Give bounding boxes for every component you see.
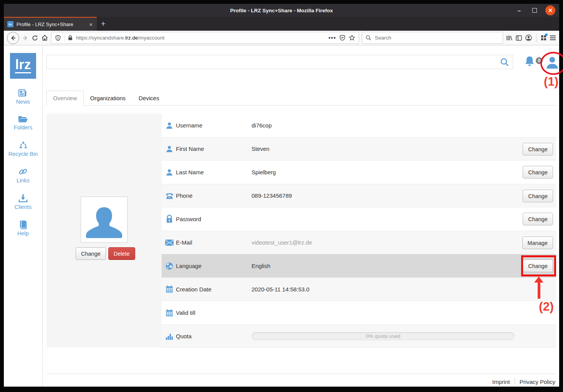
privacy-policy-link[interactable]: Privacy Policy — [515, 379, 556, 385]
first-name-change-button[interactable]: Change — [523, 143, 553, 155]
avatar-delete-button[interactable]: Delete — [108, 247, 135, 260]
back-icon[interactable] — [7, 32, 19, 44]
main-area: 0 (1) Overview Organizations Devices — [43, 45, 559, 387]
app-sidebar: lrz News Folders Recycle Bin Links Clien… — [4, 45, 43, 387]
folder-icon — [18, 114, 28, 124]
bookmark-star-icon[interactable] — [349, 35, 355, 41]
notifications-bell-icon[interactable] — [524, 55, 535, 68]
search-icon — [366, 35, 371, 41]
user-icon — [165, 144, 174, 154]
minimize-button[interactable]: – — [515, 6, 524, 15]
forward-icon[interactable] — [22, 35, 29, 41]
field-row-first-name: First Name Steven Change — [162, 137, 556, 160]
field-row-username: Username di76cop — [162, 114, 556, 137]
sidebar-item-news[interactable]: News — [16, 88, 30, 105]
tab-devices[interactable]: Devices — [132, 91, 166, 106]
tab-overview[interactable]: Overview — [46, 91, 84, 106]
quota-progress-text: 0% quota used — [366, 333, 400, 339]
app-search-input[interactable] — [47, 55, 513, 69]
https-lock-icon[interactable] — [68, 35, 73, 41]
help-book-icon — [18, 220, 28, 230]
new-tab-button[interactable]: + — [97, 17, 110, 31]
sidebar-toggle-icon[interactable] — [515, 35, 522, 41]
profile-fields: Username di76cop First Name Steven Chang… — [162, 114, 556, 347]
sidebar-item-label: Links — [17, 177, 30, 184]
firefox-apps-grid-icon[interactable] — [540, 35, 547, 41]
tab-organizations[interactable]: Organizations — [84, 91, 132, 106]
field-label: E-Mail — [176, 239, 240, 246]
sidebar-item-label: Clients — [15, 204, 31, 210]
maximize-button[interactable] — [530, 6, 539, 15]
field-row-password: Password Change — [162, 207, 556, 231]
globe-icon — [165, 261, 174, 271]
field-row-email: E-Mail videotest_user1@lrz.de Manage — [162, 231, 556, 254]
phone-icon — [165, 191, 174, 200]
field-label: Phone — [176, 192, 240, 199]
field-row-phone: Phone 089-123456789 Change — [162, 184, 556, 207]
browser-search-input[interactable] — [374, 35, 499, 41]
url-bar[interactable]: https://syncandshare.lrz.de/myaccount ••… — [51, 32, 359, 44]
lrz-logo[interactable]: lrz — [10, 53, 36, 79]
home-icon[interactable] — [41, 34, 48, 41]
close-button[interactable]: ✕ — [545, 5, 555, 15]
user-menu-icon[interactable] — [545, 55, 560, 70]
sidebar-item-links[interactable]: Links — [17, 167, 30, 184]
sidebar-item-recycle-bin[interactable]: Recycle Bin — [8, 141, 38, 157]
avatar-person-icon — [84, 204, 124, 242]
calendar-icon — [165, 308, 174, 318]
field-value: di76cop — [252, 122, 272, 129]
sidebar-item-label: News — [16, 99, 30, 105]
sidebar-item-label: Recycle Bin — [8, 151, 38, 157]
last-name-change-button[interactable]: Change — [523, 166, 553, 179]
user-icon — [165, 168, 174, 177]
search-icon[interactable] — [500, 58, 510, 67]
browser-navbar: https://syncandshare.lrz.de/myaccount ••… — [4, 31, 559, 45]
main-topbar: 0 — [46, 55, 556, 70]
app-search-field[interactable] — [46, 55, 513, 69]
library-icon[interactable] — [506, 35, 513, 41]
annotation-step1-label: (1) — [544, 75, 558, 89]
avatar-buttons: Change Delete — [76, 247, 135, 260]
browser-tab[interactable]: lrz Profile - LRZ Sync+Share × — [4, 17, 97, 31]
page-content: lrz News Folders Recycle Bin Links Clien… — [4, 45, 559, 387]
news-icon — [18, 88, 28, 98]
browser-search-box[interactable] — [362, 32, 503, 44]
email-manage-button[interactable]: Manage — [522, 237, 553, 249]
notifications-count-badge: 0 — [535, 56, 543, 65]
field-row-valid-till: Valid till — [162, 301, 556, 324]
lock-icon — [165, 215, 174, 224]
notification-dot — [545, 33, 548, 36]
field-row-quota: Quota 0% quota used — [162, 324, 556, 348]
password-change-button[interactable]: Change — [523, 213, 553, 225]
language-change-button[interactable]: Change — [523, 260, 553, 272]
page-actions-icon[interactable]: ••• — [328, 35, 336, 41]
sidebar-item-help[interactable]: Help — [17, 220, 29, 237]
envelope-icon — [165, 238, 174, 247]
field-label: Quota — [176, 333, 240, 339]
sidebar-item-clients[interactable]: Clients — [15, 194, 31, 210]
pocket-icon[interactable] — [339, 35, 346, 41]
link-icon — [18, 167, 28, 177]
reload-icon[interactable] — [31, 35, 38, 41]
tab-close-icon[interactable]: × — [88, 21, 93, 28]
menu-hamburger-icon[interactable] — [550, 35, 556, 41]
browser-tab-title: Profile - LRZ Sync+Share — [17, 22, 85, 27]
user-icon — [165, 121, 174, 130]
tracking-protection-shield-icon[interactable] — [55, 35, 61, 41]
urlbar-divider — [64, 35, 65, 41]
field-value: 2020-05-11 14:58:53.0 — [252, 286, 310, 293]
page-footer: Imprint Privacy Policy — [46, 374, 556, 385]
sidebar-item-folders[interactable]: Folders — [14, 114, 32, 131]
field-label: Last Name — [176, 169, 240, 175]
field-value: videotest_user1@lrz.de — [252, 239, 312, 246]
account-icon[interactable] — [525, 34, 532, 41]
field-value: 089-123456789 — [252, 192, 292, 199]
url-text[interactable]: https://syncandshare.lrz.de/myaccount — [76, 35, 325, 41]
browser-tabbar: lrz Profile - LRZ Sync+Share × + — [4, 17, 559, 31]
toolbar-divider — [536, 34, 537, 42]
avatar-change-button[interactable]: Change — [76, 247, 106, 260]
phone-change-button[interactable]: Change — [523, 190, 553, 202]
field-label: Creation Date — [176, 286, 240, 293]
bar-chart-icon — [165, 332, 174, 341]
imprint-link[interactable]: Imprint — [488, 379, 515, 385]
